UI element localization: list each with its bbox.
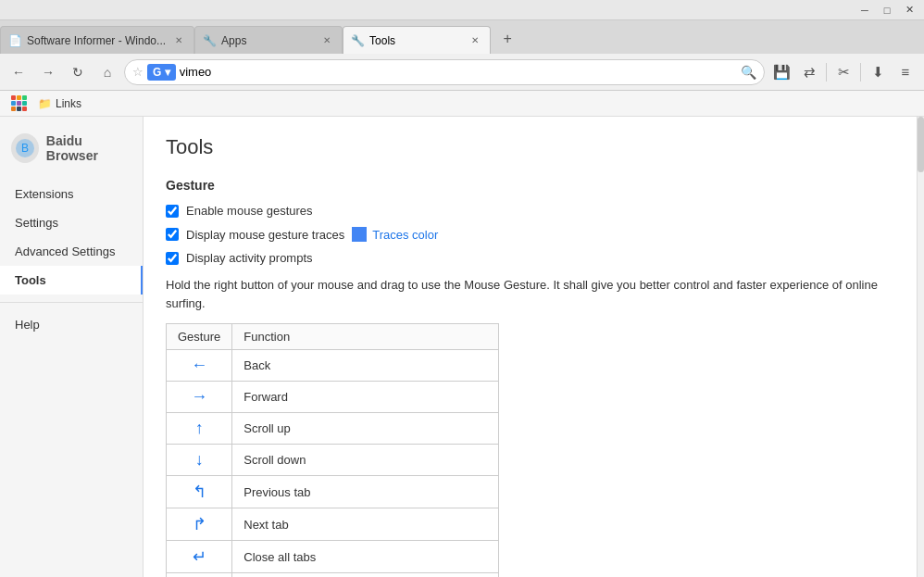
table-row: ↓Scroll down: [167, 445, 499, 476]
display-traces-checkbox[interactable]: [166, 228, 179, 241]
address-bar: ☆ G ▾ 🔍: [124, 59, 765, 85]
function-cell: Close all tabs: [232, 541, 499, 573]
tab-favicon-3: 🔧: [351, 34, 364, 47]
gesture-cell: ↳: [167, 573, 232, 578]
toolbar-separator-2: [860, 63, 861, 82]
bookmarks-bar: 📁 Links: [0, 91, 924, 117]
tabbar: 📄 Software Informer - Windo... ✕ 🔧 Apps …: [0, 20, 924, 54]
apps-dot: [11, 95, 16, 100]
enable-gestures-row: Enable mouse gestures: [166, 204, 894, 218]
sidebar-item-settings[interactable]: Settings: [0, 208, 143, 237]
gesture-cell: ↵: [167, 541, 232, 573]
titlebar: ─ □ ✕: [0, 0, 924, 20]
sidebar-item-tools[interactable]: Tools: [0, 266, 143, 295]
tab-tools[interactable]: 🔧 Tools ✕: [343, 26, 491, 54]
function-cell: Close current tab: [232, 573, 499, 578]
apps-dot: [17, 101, 21, 106]
minimize-button[interactable]: ─: [854, 3, 876, 18]
sidebar-divider: [0, 302, 143, 303]
gesture-cell: →: [167, 382, 232, 413]
bookmark-icon[interactable]: 💾: [768, 59, 794, 85]
close-button[interactable]: ✕: [898, 3, 920, 18]
google-button[interactable]: G ▾: [147, 64, 176, 81]
function-cell: Next tab: [232, 508, 499, 541]
apps-dot: [11, 107, 16, 111]
table-row: ←Back: [167, 350, 499, 382]
display-traces-label: Display mouse gesture traces: [186, 228, 344, 242]
table-row: →Forward: [167, 382, 499, 413]
traces-color-link[interactable]: Traces color: [352, 227, 438, 242]
sidebar-item-extensions[interactable]: Extensions: [0, 180, 143, 208]
download-icon[interactable]: ⬇: [865, 59, 891, 85]
back-button[interactable]: ←: [6, 59, 31, 85]
logo-icon: B: [11, 133, 39, 163]
apps-icon: [11, 95, 27, 111]
table-row: ↑Scroll up: [167, 413, 499, 445]
tab-close-2[interactable]: ✕: [319, 33, 334, 48]
forward-button[interactable]: →: [35, 59, 61, 85]
sync-icon[interactable]: ⇄: [796, 59, 822, 85]
baidu-logo-svg: B: [15, 138, 35, 158]
sidebar-item-advanced-settings[interactable]: Advanced Settings: [0, 237, 143, 266]
sidebar: B Baidu Browser Extensions Settings Adva…: [0, 117, 144, 577]
gesture-cell: ↱: [167, 508, 232, 541]
table-row: ↵Close all tabs: [167, 541, 499, 573]
links-bookmark[interactable]: 📁 Links: [34, 95, 85, 112]
sidebar-logo-text: Baidu Browser: [46, 133, 131, 163]
new-tab-button[interactable]: +: [494, 28, 520, 50]
table-row: ↱Next tab: [167, 508, 499, 541]
apps-dot: [17, 107, 21, 111]
apps-dot: [11, 101, 16, 106]
display-prompts-row: Display activity prompts: [166, 251, 894, 265]
tab-apps[interactable]: 🔧 Apps ✕: [194, 26, 343, 54]
toolbar-separator-1: [826, 63, 827, 82]
apps-dot: [22, 101, 27, 106]
enable-gestures-label: Enable mouse gestures: [186, 204, 313, 218]
star-icon: ☆: [132, 65, 144, 79]
table-row: ↰Previous tab: [167, 476, 499, 508]
scrollbar-track[interactable]: [917, 117, 924, 577]
tab-close-1[interactable]: ✕: [171, 33, 186, 48]
sidebar-item-help[interactable]: Help: [0, 310, 143, 339]
tab-favicon-1: 📄: [8, 34, 21, 47]
home-button[interactable]: ⌂: [94, 59, 120, 85]
function-cell: Back: [232, 350, 499, 382]
sidebar-nav: Extensions Settings Advanced Settings To…: [0, 180, 143, 339]
scrollbar-thumb[interactable]: [918, 117, 924, 172]
tab-label-2: Apps: [221, 34, 314, 47]
gesture-cell: ↓: [167, 445, 232, 476]
maximize-button[interactable]: □: [876, 3, 898, 18]
tab-close-3[interactable]: ✕: [468, 33, 482, 48]
gesture-cell: ↑: [167, 413, 232, 445]
function-cell: Scroll down: [232, 445, 499, 476]
traces-color-swatch: [352, 227, 367, 242]
content-area: Tools Gesture Enable mouse gestures Disp…: [144, 117, 917, 577]
enable-gestures-checkbox[interactable]: [166, 205, 179, 218]
gesture-table: Gesture Function ←Back→Forward↑Scroll up…: [166, 323, 499, 577]
tab-favicon-2: 🔧: [203, 34, 216, 47]
apps-dot: [17, 95, 21, 100]
links-label: Links: [56, 97, 81, 110]
function-cell: Forward: [232, 382, 499, 413]
apps-dot: [22, 107, 27, 111]
display-prompts-label: Display activity prompts: [186, 251, 313, 265]
tab-software-informer[interactable]: 📄 Software Informer - Windo... ✕: [0, 26, 194, 54]
address-input[interactable]: [180, 65, 737, 79]
apps-grid-button[interactable]: [7, 94, 31, 113]
display-traces-row: Display mouse gesture traces Traces colo…: [166, 227, 894, 242]
traces-color-text: Traces color: [372, 228, 438, 242]
function-col-header: Function: [232, 324, 499, 350]
apps-dot: [22, 95, 27, 100]
display-prompts-checkbox[interactable]: [166, 252, 179, 265]
tools-icon[interactable]: ✂: [830, 59, 856, 85]
menu-icon[interactable]: ≡: [893, 59, 918, 85]
page-title: Tools: [166, 135, 894, 159]
table-row: ↳Close current tab: [167, 573, 499, 578]
toolbar-icons: 💾 ⇄ ✂ ⬇ ≡: [768, 59, 918, 85]
search-icon[interactable]: 🔍: [741, 65, 756, 80]
tab-label-3: Tools: [369, 34, 462, 47]
reload-button[interactable]: ↻: [65, 59, 91, 85]
navbar: ← → ↻ ⌂ ☆ G ▾ 🔍 💾 ⇄ ✂ ⬇ ≡: [0, 54, 924, 91]
function-cell: Previous tab: [232, 476, 499, 508]
main-layout: B Baidu Browser Extensions Settings Adva…: [0, 117, 924, 577]
